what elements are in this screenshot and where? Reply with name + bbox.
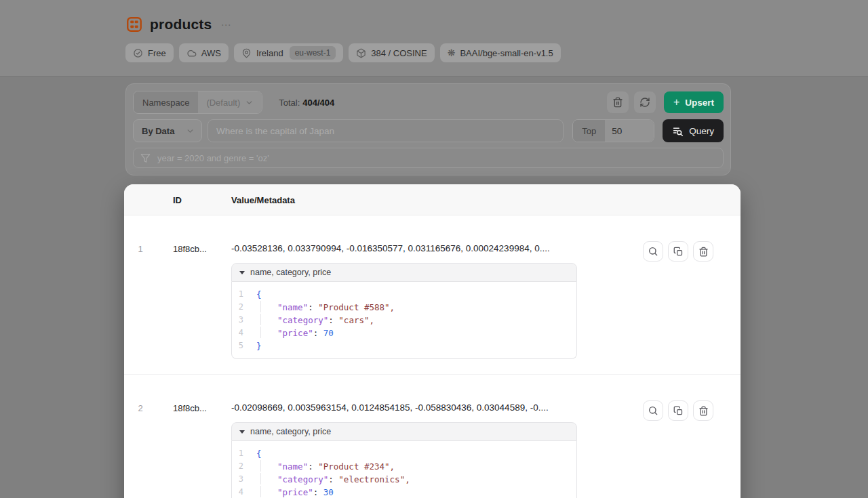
index-header: products ⋯ Free AWS Ireland eu-west-1: [0, 0, 868, 77]
metadata-toggle[interactable]: name, category, price: [231, 422, 577, 441]
copy-icon: [673, 406, 684, 416]
total-count: Total:404/404: [279, 98, 334, 108]
plan-badge: Free: [125, 43, 174, 62]
map-pin-icon: [241, 48, 252, 58]
index-grid-icon: [125, 16, 143, 33]
delete-row-button[interactable]: [693, 400, 713, 421]
model-flower-icon: ❋: [448, 48, 456, 58]
search-icon: [648, 246, 658, 257]
refresh-button[interactable]: [634, 91, 656, 113]
delete-row-button[interactable]: [693, 241, 713, 262]
metadata-json: 1{ 2"name": "Product #234", 3"category":…: [231, 441, 577, 498]
top-control: Top: [572, 119, 654, 142]
refresh-icon: [639, 97, 650, 108]
query-mode-select[interactable]: By Data: [133, 119, 202, 142]
table-row: 2 18f8cb... -0.02098669, 0.0035963154, 0…: [124, 375, 741, 498]
copy-row-button[interactable]: [668, 241, 688, 262]
data-table-card: ID Value/Metadata 1 18f8cb... -0.0352813…: [124, 184, 741, 498]
query-input[interactable]: [208, 119, 564, 142]
plus-icon: +: [673, 97, 679, 108]
metadata-json: 1{ 2"name": "Product #588", 3"category":…: [231, 282, 577, 359]
caret-down-icon: [239, 430, 245, 434]
inspect-row-button[interactable]: [643, 241, 663, 262]
cloud-provider-badge: AWS: [179, 43, 229, 62]
upsert-button[interactable]: + Upsert: [664, 91, 724, 113]
region-code-chip: eu-west-1: [290, 46, 336, 60]
row-actions: [643, 241, 713, 262]
badge-check-icon: [133, 48, 143, 58]
metadata-block: name, category, price 1{ 2"name": "Produ…: [231, 263, 577, 359]
top-label: Top: [573, 120, 605, 142]
filter-field: [133, 148, 724, 168]
vector-preview: -0.03528136, 0.033790994, -0.016350577, …: [231, 243, 587, 255]
copy-icon: [673, 247, 684, 257]
query-button[interactable]: Query: [663, 119, 724, 142]
row-actions: [643, 400, 713, 421]
search-list-icon: [672, 125, 684, 137]
dimensions-badge: 384 / COSINE: [349, 43, 434, 62]
copy-row-button[interactable]: [668, 400, 688, 421]
namespace-select[interactable]: (Default): [198, 91, 262, 113]
more-menu-button[interactable]: ⋯: [218, 20, 233, 30]
trash-icon: [698, 247, 709, 257]
chevron-down-icon: [245, 98, 254, 107]
table-row: 1 18f8cb... -0.03528136, 0.033790994, -0…: [124, 215, 741, 375]
column-value-metadata: Value/Metadata: [231, 195, 295, 205]
trash-icon: [698, 406, 709, 416]
metadata-toggle[interactable]: name, category, price: [231, 263, 577, 282]
data-browser: Namespace (Default) Total:404/404: [0, 83, 868, 498]
page-title: products: [150, 16, 212, 33]
table-header: ID Value/Metadata: [124, 184, 741, 215]
metadata-block: name, category, price 1{ 2"name": "Produ…: [231, 422, 577, 498]
trash-icon: [612, 97, 623, 108]
vector-preview: -0.02098669, 0.0035963154, 0.0124854185,…: [231, 402, 587, 414]
region-badge: Ireland eu-west-1: [234, 43, 343, 62]
namespace-control: Namespace (Default): [133, 91, 262, 114]
inspect-row-button[interactable]: [643, 400, 663, 421]
cube-icon: [356, 48, 366, 58]
column-id: ID: [173, 195, 182, 205]
query-panel: Namespace (Default) Total:404/404: [125, 83, 731, 175]
embedding-model-badge: ❋ BAAI/bge-small-en-v1.5: [440, 43, 561, 62]
chevron-down-icon: [186, 127, 195, 136]
funnel-icon: [140, 153, 151, 163]
index-badges: Free AWS Ireland eu-west-1 384 / COSINE …: [125, 43, 868, 62]
row-id: 18f8cb...: [173, 403, 207, 413]
namespace-label: Namespace: [134, 91, 198, 113]
top-input[interactable]: [605, 120, 654, 142]
filter-input[interactable]: [156, 152, 716, 164]
row-id: 18f8cb...: [173, 244, 207, 254]
caret-down-icon: [239, 271, 245, 274]
delete-all-button[interactable]: [607, 91, 629, 113]
cloud-icon: [186, 48, 197, 58]
search-icon: [648, 405, 658, 416]
row-index: 1: [132, 244, 149, 254]
row-index: 2: [132, 403, 149, 413]
